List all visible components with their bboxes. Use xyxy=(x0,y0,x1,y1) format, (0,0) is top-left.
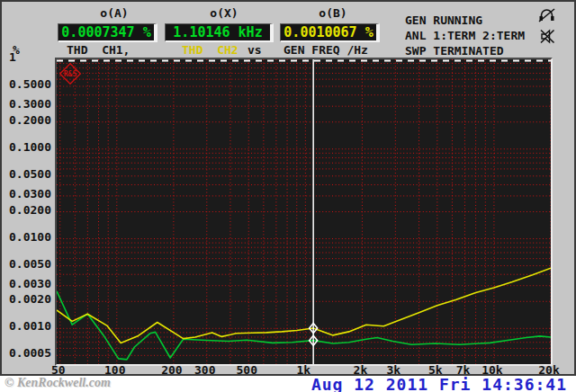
y-tick-label: 0.3000 xyxy=(9,98,56,111)
readout-a-label: o(A) xyxy=(87,6,141,20)
readout-a-value: 0.0007347 % xyxy=(58,23,158,42)
readout-b-value: 0.0010067 % xyxy=(280,23,380,42)
x-quantity-label: GEN FREQ /Hz xyxy=(284,43,368,57)
x-tick-label: 100 xyxy=(95,364,135,377)
date-time-stamp: Aug 12 2011 Fri 14:36:41 xyxy=(311,375,567,392)
headphones-muted-icon xyxy=(538,7,555,24)
trace-ch2 xyxy=(57,268,551,343)
analyzer-screen: o(A) o(X) o(B) 0.0007347 % 1.10146 kHz 0… xyxy=(0,0,576,376)
trace2-descriptor: THD CH2 xyxy=(182,43,238,57)
y-tick-label: 0.0100 xyxy=(9,231,56,244)
y-tick-label: 0.0050 xyxy=(9,258,56,271)
y-tick-label: 0.0005 xyxy=(9,347,56,360)
x-tick-label: 500 xyxy=(227,364,266,377)
sweep-status: SWP TERMINATED xyxy=(405,44,504,58)
svg-text:R&S: R&S xyxy=(64,70,77,78)
x-tick-label: 300 xyxy=(185,364,225,377)
y-tick-label: 0.0010 xyxy=(9,320,56,333)
y-tick-label: 0.0300 xyxy=(9,188,56,200)
y-tick-label: 0.5000 xyxy=(9,78,56,91)
y-tick-label: 0.0500 xyxy=(9,168,56,181)
analyzer-status: ANL 1:TERM 2:TERM xyxy=(405,29,525,42)
y-tick-label: 0.0200 xyxy=(9,204,56,217)
y-tick-label: 1 xyxy=(9,51,56,64)
readout-x-value: 1.10146 kHz xyxy=(165,23,274,42)
audio-analyzer-screenshot: o(A) o(X) o(B) 0.0007347 % 1.10146 kHz 0… xyxy=(0,0,576,392)
y-tick-label: 0.0020 xyxy=(9,293,56,306)
readout-x-label: o(X) xyxy=(197,6,251,20)
trace1-descriptor: THD CH1, xyxy=(67,43,130,57)
y-tick-label: 0.0030 xyxy=(9,278,56,290)
watermark: © KenRockwell.com xyxy=(4,376,111,390)
generator-status: GEN RUNNING xyxy=(405,13,482,27)
rohde-schwarz-logo-icon: R&S xyxy=(57,59,84,88)
y-tick-label: 0.1000 xyxy=(9,141,56,154)
speaker-muted-icon xyxy=(539,28,556,45)
thd-vs-frequency-plot: R&S xyxy=(55,58,553,366)
plot-canvas xyxy=(57,59,551,364)
photo-footer: © KenRockwell.com Aug 12 2011 Fri 14:36:… xyxy=(0,376,576,392)
readout-b-label: o(B) xyxy=(306,6,360,20)
vs-label: vs xyxy=(248,43,262,57)
x-tick-label: 50 xyxy=(39,364,78,377)
y-tick-label: 0.2000 xyxy=(9,114,56,127)
